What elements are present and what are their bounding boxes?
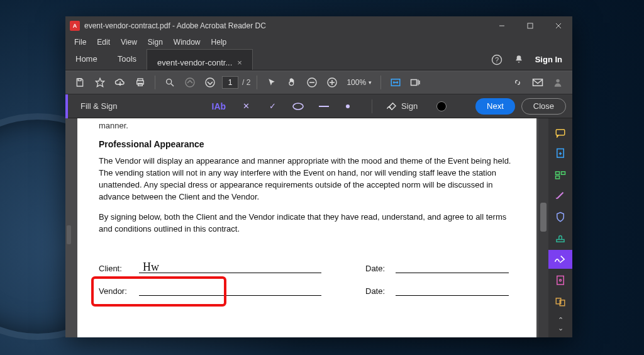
svg-rect-27: [556, 130, 565, 135]
menubar: File Edit View Sign Window Help: [65, 35, 572, 49]
convert-icon[interactable]: [548, 293, 572, 312]
content-area: manner. Professional Appearance The Vend…: [65, 118, 572, 337]
read-aloud-icon[interactable]: [408, 74, 424, 91]
window-title: event-vendor-contract.pdf - Adobe Acroba…: [84, 21, 266, 30]
menu-view[interactable]: View: [116, 37, 142, 48]
menu-window[interactable]: Window: [169, 37, 206, 48]
fill-sign-label: Fill & Sign: [80, 101, 118, 111]
page-current-input[interactable]: 1: [222, 76, 238, 89]
vendor-date-line[interactable]: [396, 285, 509, 296]
svg-rect-22: [533, 79, 543, 86]
pdf-icon: A: [70, 21, 80, 31]
minimize-button[interactable]: [487, 16, 516, 35]
protect-icon[interactable]: [548, 208, 572, 227]
section-heading: Professional Appearance: [99, 139, 515, 149]
menu-sign[interactable]: Sign: [143, 37, 168, 48]
fit-width-icon[interactable]: [387, 74, 404, 91]
close-window-button[interactable]: [544, 16, 572, 35]
page-label: / 2: [242, 78, 250, 87]
cloud-icon[interactable]: [112, 74, 128, 91]
client-signature-mark[interactable]: Hw: [143, 261, 159, 274]
menu-edit[interactable]: Edit: [92, 37, 115, 48]
page-viewport[interactable]: manner. Professional Appearance The Vend…: [72, 118, 538, 337]
edit-pdf-icon[interactable]: [548, 187, 572, 206]
zoom-in-icon[interactable]: [324, 74, 340, 91]
save-icon[interactable]: [72, 74, 88, 91]
svg-point-34: [560, 279, 562, 281]
left-pane-gutter: [65, 118, 72, 337]
fill-sign-panel-icon[interactable]: [548, 250, 572, 269]
ink-color-swatch[interactable]: [436, 101, 447, 111]
svg-rect-6: [78, 79, 81, 81]
search-icon[interactable]: [162, 74, 178, 91]
oval-tool-icon[interactable]: [292, 103, 305, 110]
close-button[interactable]: Close: [521, 98, 566, 115]
svg-rect-31: [556, 176, 560, 179]
svg-rect-30: [562, 172, 565, 175]
menu-file[interactable]: File: [69, 37, 91, 48]
right-tool-rail: ⌃ ⌄: [548, 118, 572, 337]
stamp-icon[interactable]: [548, 229, 572, 248]
fill-sign-accent: [65, 94, 68, 118]
tab-home[interactable]: Home: [65, 49, 108, 70]
comments-panel-icon[interactable]: [548, 123, 572, 142]
paragraph-agreement: By signing below, both the Client and th…: [99, 211, 515, 235]
maximize-button[interactable]: [516, 16, 544, 35]
client-date-label: Date:: [365, 264, 396, 273]
left-pane-handle[interactable]: [67, 225, 71, 244]
pdf-page: manner. Professional Appearance The Vend…: [77, 118, 536, 337]
sign-in-link[interactable]: Sign In: [535, 55, 562, 64]
sign-tool[interactable]: Sign: [386, 101, 418, 111]
email-icon[interactable]: [530, 74, 546, 91]
vertical-scrollbar[interactable]: [538, 118, 548, 337]
svg-rect-33: [557, 276, 564, 285]
print-icon[interactable]: [132, 74, 148, 91]
page-down-icon[interactable]: [202, 74, 218, 91]
tab-document[interactable]: event-vendor-contr... ×: [147, 49, 253, 70]
page-up-icon[interactable]: [182, 74, 198, 91]
client-signature-line[interactable]: Hw: [139, 262, 321, 273]
fill-sign-toolbar: Fill & Sign IAb ✕ ✓ Sign Next Close: [65, 94, 572, 118]
titlebar: A event-vendor-contract.pdf - Adobe Acro…: [65, 16, 572, 35]
next-button[interactable]: Next: [475, 98, 515, 115]
export-pdf-icon[interactable]: [548, 145, 572, 164]
zoom-level[interactable]: 100%▾: [344, 78, 374, 87]
tab-document-label: event-vendor-contr...: [157, 58, 232, 67]
sign-tool-label: Sign: [401, 101, 418, 111]
x-mark-tool-icon[interactable]: ✕: [240, 101, 252, 111]
organize-pages-icon[interactable]: [548, 166, 572, 184]
text-tool-icon[interactable]: IAb: [212, 101, 226, 111]
help-icon[interactable]: ?: [491, 54, 502, 65]
cursor-icon[interactable]: [264, 74, 280, 91]
chevron-down-icon[interactable]: ⌄: [558, 324, 564, 332]
vendor-signature-line[interactable]: [139, 285, 321, 296]
dot-tool-icon[interactable]: [345, 104, 358, 109]
svg-marker-7: [96, 78, 104, 86]
client-date-line[interactable]: [396, 262, 509, 273]
rail-scroll-arrows[interactable]: ⌃ ⌄: [558, 313, 564, 337]
tab-close-icon[interactable]: ×: [237, 58, 242, 67]
svg-rect-21: [411, 80, 417, 86]
svg-rect-1: [528, 23, 533, 28]
prev-paragraph-tail: manner.: [99, 121, 515, 130]
checkmark-tool-icon[interactable]: ✓: [266, 101, 279, 111]
svg-point-14: [206, 78, 214, 87]
document-tabs: Home Tools event-vendor-contr... × ? Sig…: [65, 49, 572, 70]
hand-icon[interactable]: [284, 74, 300, 91]
svg-point-13: [186, 78, 194, 87]
svg-rect-32: [557, 239, 564, 242]
menu-help[interactable]: Help: [206, 37, 232, 48]
star-icon[interactable]: [92, 74, 108, 91]
more-tools-icon[interactable]: [548, 271, 572, 290]
tab-tools[interactable]: Tools: [108, 49, 147, 70]
chevron-up-icon[interactable]: ⌃: [558, 316, 564, 324]
zoom-out-icon[interactable]: [304, 74, 320, 91]
share-link-icon[interactable]: [509, 74, 526, 91]
vendor-label: Vendor:: [99, 286, 139, 296]
svg-point-26: [346, 104, 350, 108]
line-tool-icon[interactable]: [319, 104, 331, 108]
scroll-thumb[interactable]: [540, 203, 547, 232]
account-icon[interactable]: [550, 74, 566, 91]
svg-text:?: ?: [495, 56, 499, 64]
bell-icon[interactable]: [514, 55, 524, 65]
